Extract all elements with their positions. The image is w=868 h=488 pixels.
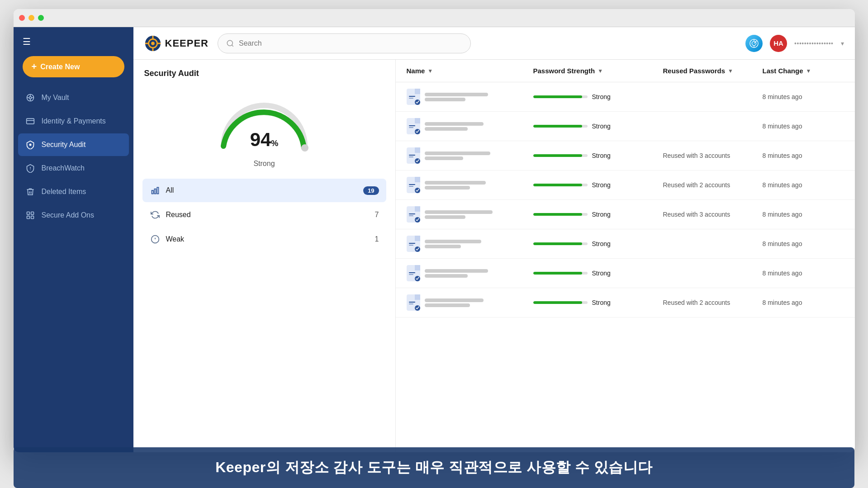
col-reused-passwords[interactable]: Reused Passwords ▼ bbox=[663, 67, 763, 75]
table-row[interactable]: StrongReused with 2 accounts8 minutes ag… bbox=[396, 171, 855, 200]
app-window: ☰ + Create New bbox=[14, 9, 855, 452]
user-dropdown-arrow[interactable]: ▾ bbox=[841, 40, 844, 47]
maximize-button[interactable] bbox=[38, 15, 44, 21]
strength-cell: Strong bbox=[533, 270, 663, 277]
close-button[interactable] bbox=[19, 15, 25, 21]
audit-panel-title: Security Audit bbox=[133, 60, 395, 83]
record-name-line2 bbox=[425, 156, 463, 160]
svg-rect-61 bbox=[415, 236, 420, 241]
table-row[interactable]: StrongReused with 3 accounts8 minutes ag… bbox=[396, 200, 855, 229]
sidebar-item-secure-addons[interactable]: Secure Add Ons bbox=[18, 204, 129, 227]
sidebar: ☰ + Create New bbox=[14, 27, 133, 452]
filter-item-weak[interactable]: Weak 1 bbox=[142, 227, 386, 251]
addons-icon bbox=[25, 210, 35, 220]
strength-bar bbox=[533, 154, 582, 157]
breach-watch-topbar-icon[interactable] bbox=[745, 35, 763, 52]
sidebar-item-label: My Vault bbox=[42, 94, 69, 102]
record-text bbox=[425, 122, 484, 131]
filter-item-reused[interactable]: Reused 7 bbox=[142, 203, 386, 227]
svg-rect-51 bbox=[415, 177, 420, 182]
record-name-cell bbox=[407, 177, 533, 193]
shield-icon bbox=[25, 140, 35, 150]
sidebar-item-label: Deleted Items bbox=[42, 188, 86, 196]
sort-arrow-strength: ▼ bbox=[598, 68, 603, 74]
svg-rect-11 bbox=[27, 212, 29, 215]
sidebar-item-my-vault[interactable]: My Vault bbox=[18, 86, 129, 109]
filter-weak-label: Weak bbox=[166, 235, 370, 243]
reused-cell: Reused with 2 accounts bbox=[663, 299, 763, 306]
create-new-button[interactable]: + Create New bbox=[23, 56, 124, 77]
search-bar[interactable] bbox=[218, 33, 471, 53]
gauge-value: 94% bbox=[250, 129, 279, 151]
svg-rect-30 bbox=[154, 189, 156, 194]
trash-icon bbox=[25, 187, 35, 197]
sidebar-item-identity-payments[interactable]: Identity & Payments bbox=[18, 110, 129, 133]
svg-rect-36 bbox=[415, 89, 420, 94]
table-row[interactable]: Strong8 minutes ago bbox=[396, 229, 855, 259]
table-row[interactable]: StrongReused with 2 accounts8 minutes ag… bbox=[396, 288, 855, 317]
sidebar-item-deleted-items[interactable]: Deleted Items bbox=[18, 180, 129, 203]
sort-arrow-name: ▼ bbox=[427, 68, 433, 74]
sidebar-item-label: Security Audit bbox=[42, 141, 86, 149]
table-row[interactable]: Strong8 minutes ago bbox=[396, 82, 855, 112]
strength-label: Strong bbox=[592, 299, 611, 306]
svg-rect-68 bbox=[409, 274, 413, 275]
record-name-line1 bbox=[425, 181, 486, 185]
svg-point-1 bbox=[29, 97, 31, 99]
filter-item-all[interactable]: All 19 bbox=[142, 179, 386, 202]
record-name-line1 bbox=[425, 122, 484, 126]
app-body: ☰ + Create New bbox=[14, 27, 855, 452]
strength-cell: Strong bbox=[533, 123, 663, 130]
col-password-strength[interactable]: Password Strength ▼ bbox=[533, 67, 663, 75]
subtitle-bar: Keeper의 저장소 감사 도구는 매우 직관적으로 사용할 수 있습니다 bbox=[14, 447, 854, 488]
svg-rect-14 bbox=[31, 216, 33, 219]
last-change-cell: 8 minutes ago bbox=[763, 211, 844, 218]
audit-panel: Security Audit bbox=[133, 60, 396, 452]
strength-bar-container bbox=[533, 95, 588, 98]
gauge-wrap: 94% bbox=[214, 92, 314, 155]
table-panel: Name ▼ Password Strength ▼ Reused Passwo… bbox=[396, 60, 855, 452]
gauge-label: Strong bbox=[133, 160, 395, 168]
traffic-lights bbox=[19, 15, 44, 21]
strength-bar bbox=[533, 125, 582, 128]
record-text bbox=[425, 181, 486, 190]
sidebar-item-security-audit[interactable]: Security Audit bbox=[18, 133, 129, 156]
minimize-button[interactable] bbox=[28, 15, 34, 21]
strength-label: Strong bbox=[592, 123, 611, 130]
svg-rect-56 bbox=[415, 206, 420, 212]
col-last-change[interactable]: Last Change ▼ bbox=[763, 67, 844, 75]
record-name-cell bbox=[407, 265, 533, 281]
keeper-logo: KEEPER bbox=[144, 35, 209, 52]
svg-rect-47 bbox=[409, 155, 415, 156]
svg-rect-63 bbox=[409, 245, 413, 246]
svg-line-23 bbox=[232, 45, 233, 46]
table-row[interactable]: Strong8 minutes ago bbox=[396, 112, 855, 141]
keeper-logo-icon bbox=[144, 35, 161, 52]
col-name[interactable]: Name ▼ bbox=[407, 67, 533, 75]
sidebar-header: ☰ bbox=[14, 27, 133, 52]
sidebar-item-label: Identity & Payments bbox=[42, 117, 106, 125]
main-content: KEEPER bbox=[133, 27, 855, 452]
strength-bar-container bbox=[533, 154, 588, 157]
table-row[interactable]: StrongReused with 3 accounts8 minutes ag… bbox=[396, 141, 855, 171]
strength-label: Strong bbox=[592, 93, 611, 100]
gauge-text: 94% bbox=[250, 129, 279, 151]
table-row[interactable]: Strong8 minutes ago bbox=[396, 259, 855, 288]
svg-rect-37 bbox=[409, 96, 415, 97]
sidebar-item-breach-watch[interactable]: BreachWatch bbox=[18, 157, 129, 180]
strength-label: Strong bbox=[592, 211, 611, 218]
warning-icon bbox=[150, 234, 161, 245]
svg-rect-41 bbox=[415, 118, 420, 123]
record-text bbox=[425, 240, 481, 248]
record-name-line2 bbox=[425, 215, 465, 219]
last-change-cell: 8 minutes ago bbox=[763, 299, 844, 306]
sort-arrow-reused: ▼ bbox=[728, 68, 733, 74]
hamburger-icon[interactable]: ☰ bbox=[23, 36, 31, 47]
svg-point-8 bbox=[29, 144, 31, 146]
strength-label: Strong bbox=[592, 270, 611, 277]
strength-bar-container bbox=[533, 242, 588, 245]
record-text bbox=[425, 210, 493, 219]
record-name-cell bbox=[407, 236, 533, 252]
strength-bar-container bbox=[533, 125, 588, 128]
search-input[interactable] bbox=[239, 39, 462, 47]
